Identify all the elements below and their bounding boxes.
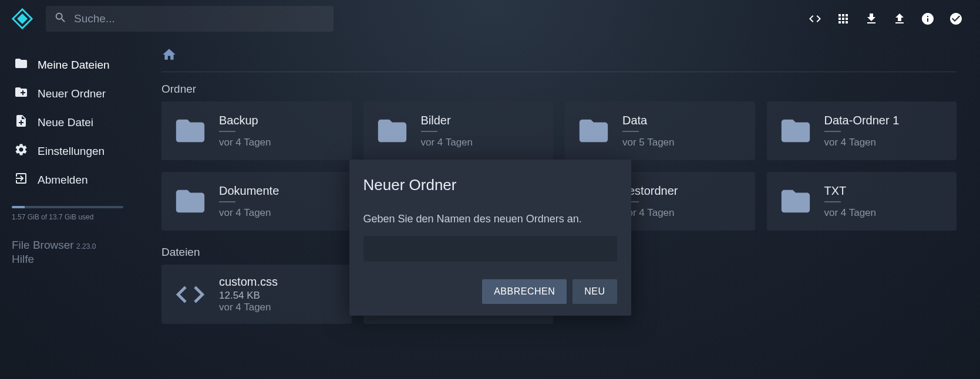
modal-prompt: Geben Sie den Namen des neuen Ordners an… xyxy=(363,213,617,225)
modal-title: Neuer Ordner xyxy=(363,176,617,194)
folder-icon xyxy=(779,184,813,218)
file-size: 12.54 KB xyxy=(219,290,278,302)
folder-name: Dokumente xyxy=(219,184,279,198)
folder-icon xyxy=(375,114,409,148)
toggle-shell-icon[interactable] xyxy=(807,11,823,26)
switch-view-icon[interactable] xyxy=(836,11,851,26)
folder-meta: vor 4 Tagen xyxy=(219,207,279,219)
file-meta: vor 4 Tagen xyxy=(219,302,278,313)
info-icon[interactable] xyxy=(920,11,935,26)
folder-card[interactable]: Datavor 5 Tagen xyxy=(565,101,755,160)
download-icon[interactable] xyxy=(864,11,879,26)
settings-icon xyxy=(14,143,28,160)
folder-card[interactable]: Dokumentevor 4 Tagen xyxy=(161,172,352,231)
sidebar-item-label: Neuer Ordner xyxy=(38,87,106,100)
folder-name: TXT xyxy=(824,184,877,198)
sidebar: Meine Dateien Neuer Ordner Neue Datei Ei… xyxy=(0,38,150,379)
folder-meta: vor 5 Tagen xyxy=(622,137,675,148)
sidebar-item-label: Abmelden xyxy=(38,174,88,187)
home-icon[interactable] xyxy=(161,54,177,64)
upload-icon[interactable] xyxy=(892,11,907,26)
header-toolbar xyxy=(807,11,968,26)
sidebar-item-label: Meine Dateien xyxy=(38,59,110,72)
folder-meta: vor 4 Tagen xyxy=(824,207,877,219)
folder-card[interactable]: TXTvor 4 Tagen xyxy=(767,172,957,231)
folder-card[interactable]: Bildervor 4 Tagen xyxy=(363,101,554,160)
confirm-button[interactable]: NEU xyxy=(572,279,617,304)
search-box[interactable] xyxy=(46,6,334,32)
app-version: 2.23.0 xyxy=(76,242,96,251)
storage-text: 1.57 GiB of 13.7 GiB used xyxy=(12,213,138,221)
sidebar-item-new-file[interactable]: Neue Datei xyxy=(12,108,138,137)
breadcrumb xyxy=(161,43,957,72)
footer-links: File Browser 2.23.0 Hilfe xyxy=(12,239,138,266)
folder-card[interactable]: Data-Ordner 1vor 4 Tagen xyxy=(767,101,957,160)
folder-name-input[interactable] xyxy=(363,236,617,262)
app-name: File Browser xyxy=(12,239,74,251)
folder-icon xyxy=(173,114,207,148)
create-folder-icon xyxy=(14,85,28,102)
folder-name: Backup xyxy=(219,114,271,127)
logout-icon xyxy=(14,171,28,188)
folder-icon xyxy=(577,114,611,148)
file-icon xyxy=(173,278,207,312)
folder-icon xyxy=(14,56,28,73)
storage-bar xyxy=(12,206,123,208)
cancel-button[interactable]: ABBRECHEN xyxy=(482,279,567,304)
sidebar-item-my-files[interactable]: Meine Dateien xyxy=(12,50,138,79)
section-folders-label: Ordner xyxy=(161,83,957,96)
search-icon xyxy=(54,11,74,26)
header xyxy=(0,0,980,38)
folder-card[interactable]: Backupvor 4 Tagen xyxy=(161,101,352,160)
folder-icon xyxy=(779,114,813,148)
sidebar-item-settings[interactable]: Einstellungen xyxy=(12,137,138,165)
folder-meta: vor 4 Tagen xyxy=(421,137,473,148)
help-link[interactable]: Hilfe xyxy=(12,253,138,266)
folder-name: Data-Ordner 1 xyxy=(824,114,900,127)
sidebar-item-new-folder[interactable]: Neuer Ordner xyxy=(12,79,138,108)
sidebar-item-label: Einstellungen xyxy=(38,145,105,158)
folder-meta: vor 4 Tagen xyxy=(219,137,271,148)
app-logo[interactable] xyxy=(12,8,33,29)
search-input[interactable] xyxy=(74,12,325,25)
folder-icon xyxy=(173,184,207,218)
sidebar-item-label: Neue Datei xyxy=(38,116,93,129)
folder-meta: vor 4 Tagen xyxy=(824,137,900,148)
create-file-icon xyxy=(14,114,28,131)
new-folder-modal: Neuer Ordner Geben Sie den Namen des neu… xyxy=(349,160,631,316)
sidebar-item-logout[interactable]: Abmelden xyxy=(12,165,138,194)
folder-name: Bilder xyxy=(421,114,473,127)
folder-name: Data xyxy=(622,114,675,127)
select-icon[interactable] xyxy=(948,11,964,26)
file-card[interactable]: custom.css12.54 KBvor 4 Tagen xyxy=(161,265,352,324)
file-name: custom.css xyxy=(219,275,278,289)
